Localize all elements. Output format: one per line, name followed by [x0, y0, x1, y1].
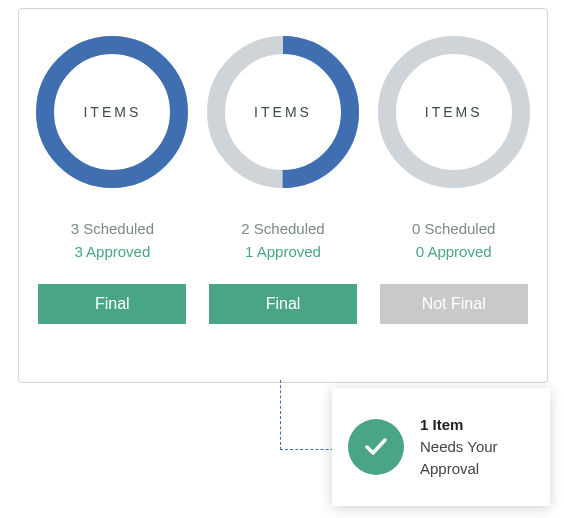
approved-text: 0 Approved [412, 240, 495, 263]
item-column: ITEMS 2 Scheduled 1 Approved Final [202, 33, 365, 358]
ring-label: ITEMS [425, 104, 483, 120]
status-button-final[interactable]: Final [38, 284, 186, 324]
popup-line: Approval [420, 458, 498, 480]
item-stats: 3 Scheduled 3 Approved [71, 217, 154, 264]
popup-text: 1 Item Needs Your Approval [420, 414, 498, 479]
item-stats: 0 Scheduled 0 Approved [412, 217, 495, 264]
scheduled-text: 0 Scheduled [412, 217, 495, 240]
items-panel: ITEMS 3 Scheduled 3 Approved Final ITEMS… [18, 8, 548, 383]
progress-ring: ITEMS [33, 33, 191, 191]
approval-popup: 1 Item Needs Your Approval [332, 388, 550, 506]
progress-ring: ITEMS [204, 33, 362, 191]
status-button-final[interactable]: Final [209, 284, 357, 324]
status-button-notfinal[interactable]: Not Final [380, 284, 528, 324]
approved-text: 1 Approved [241, 240, 324, 263]
approved-text: 3 Approved [71, 240, 154, 263]
check-icon [348, 419, 404, 475]
item-column: ITEMS 0 Scheduled 0 Approved Not Final [372, 33, 535, 358]
item-column: ITEMS 3 Scheduled 3 Approved Final [31, 33, 194, 358]
progress-ring: ITEMS [375, 33, 533, 191]
scheduled-text: 2 Scheduled [241, 217, 324, 240]
scheduled-text: 3 Scheduled [71, 217, 154, 240]
ring-label: ITEMS [83, 104, 141, 120]
ring-label: ITEMS [254, 104, 312, 120]
item-stats: 2 Scheduled 1 Approved [241, 217, 324, 264]
popup-line: Needs Your [420, 436, 498, 458]
popup-title: 1 Item [420, 414, 498, 436]
